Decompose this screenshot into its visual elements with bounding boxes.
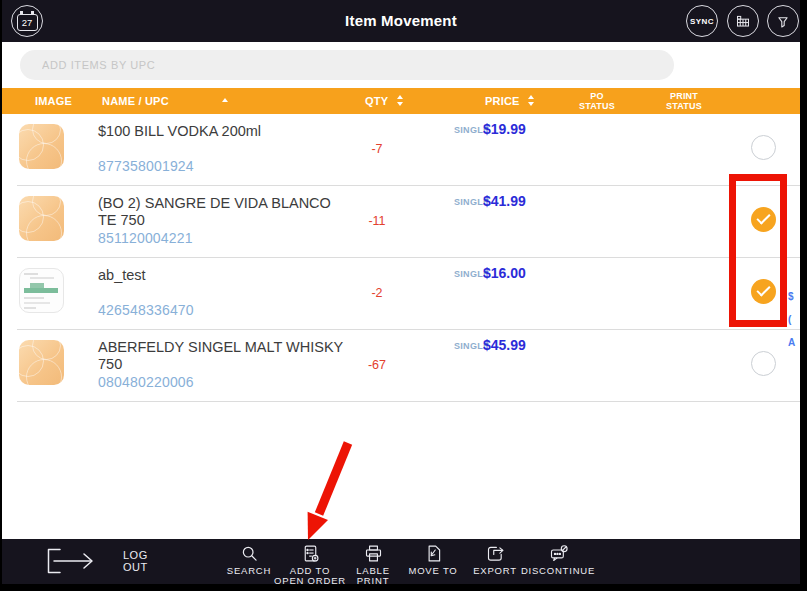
qty-sort-up-icon[interactable]	[397, 95, 403, 99]
column-print-status: PRINT STATUS	[656, 92, 712, 111]
product-upc: 426548336470	[98, 302, 194, 318]
filter-funnel-icon	[772, 10, 794, 32]
sync-button[interactable]: SYNC	[686, 5, 718, 37]
product-qty: -11	[347, 214, 407, 228]
qty-sort-down-icon[interactable]	[397, 102, 403, 106]
column-image: IMAGE	[35, 95, 72, 107]
product-qty: -7	[347, 142, 407, 156]
product-price: $41.99	[483, 193, 526, 209]
column-price[interactable]: PRICE	[485, 95, 520, 107]
register-icon	[732, 10, 754, 32]
product-upc: 877358001924	[98, 158, 194, 174]
sort-asc-icon[interactable]	[222, 98, 228, 102]
product-price: $45.99	[483, 337, 526, 353]
search-row	[2, 42, 800, 88]
action-label: MOVE TO	[408, 566, 457, 576]
table-row[interactable]: ABERFELDY SINGEL MALT WHISKY 750 0804802…	[2, 330, 800, 402]
sync-label: SYNC	[690, 17, 714, 26]
price-sort-up-icon[interactable]	[528, 95, 534, 99]
row-select-checkbox[interactable]	[751, 351, 776, 376]
move-to-icon	[423, 543, 444, 564]
action-discontinue[interactable]: DISCONTINUE	[508, 543, 608, 576]
product-name: (BO 2) SANGRE DE VIDA BLANCO TE 750	[98, 195, 360, 229]
price-sort-down-icon[interactable]	[528, 102, 534, 106]
printer-icon	[363, 543, 384, 564]
discontinue-icon	[548, 543, 569, 564]
column-name-upc[interactable]: NAME / UPC	[102, 95, 169, 107]
product-price: $16.00	[483, 265, 526, 281]
upc-search-input[interactable]	[20, 50, 674, 80]
page-title: Item Movement	[2, 12, 800, 29]
alpha-index-letter[interactable]: A	[788, 337, 795, 348]
product-image	[19, 196, 64, 241]
register-button[interactable]	[727, 5, 759, 37]
export-icon	[485, 543, 506, 564]
table-row[interactable]: ab_test 426548336470 -2 SINGLE $16.00	[2, 258, 800, 330]
annotation-highlight-box	[729, 174, 787, 327]
product-upc: 080480220006	[98, 374, 194, 390]
search-icon	[239, 543, 260, 564]
product-image	[19, 124, 64, 169]
alpha-index-letter[interactable]: $	[788, 291, 794, 302]
app-window: 27 Item Movement SYNC	[2, 0, 800, 584]
logout-icon	[47, 548, 99, 574]
product-image	[19, 340, 64, 385]
bottom-action-bar: LOG OUT SEARCH ADD TO OPEN ORDER	[2, 539, 800, 584]
logout-label: LOG OUT	[123, 549, 148, 573]
filter-button[interactable]	[767, 5, 799, 37]
alpha-index-letter[interactable]: (	[788, 314, 791, 325]
product-qty: -67	[347, 358, 407, 372]
product-qty: -2	[347, 286, 407, 300]
table-header: IMAGE NAME / UPC QTY PRICE PO STATUS PRI…	[2, 88, 800, 114]
row-select-checkbox[interactable]	[751, 135, 776, 160]
action-label: DISCONTINUE	[521, 566, 595, 576]
product-price: $19.99	[483, 121, 526, 137]
top-bar: 27 Item Movement SYNC	[2, 0, 800, 42]
product-name: $100 BILL VODKA 200ml	[98, 123, 360, 140]
screen: { "topbar": { "title": "Item Movement", …	[0, 0, 807, 591]
row-divider	[17, 401, 800, 402]
product-image	[19, 268, 64, 313]
product-name: ABERFELDY SINGEL MALT WHISKY 750	[98, 339, 360, 373]
table-row[interactable]: (BO 2) SANGRE DE VIDA BLANCO TE 750 8511…	[2, 186, 800, 258]
column-qty[interactable]: QTY	[365, 95, 388, 107]
item-list: $100 BILL VODKA 200ml 877358001924 -7 SI…	[2, 114, 800, 402]
add-to-order-icon	[300, 543, 321, 564]
action-label: LABLE PRINT	[356, 566, 390, 584]
column-po-status: PO STATUS	[572, 92, 622, 111]
product-upc: 851120004221	[98, 230, 193, 246]
table-row[interactable]: $100 BILL VODKA 200ml 877358001924 -7 SI…	[2, 114, 800, 186]
logout-button[interactable]: LOG OUT	[47, 548, 148, 574]
product-name: ab_test	[98, 267, 360, 284]
